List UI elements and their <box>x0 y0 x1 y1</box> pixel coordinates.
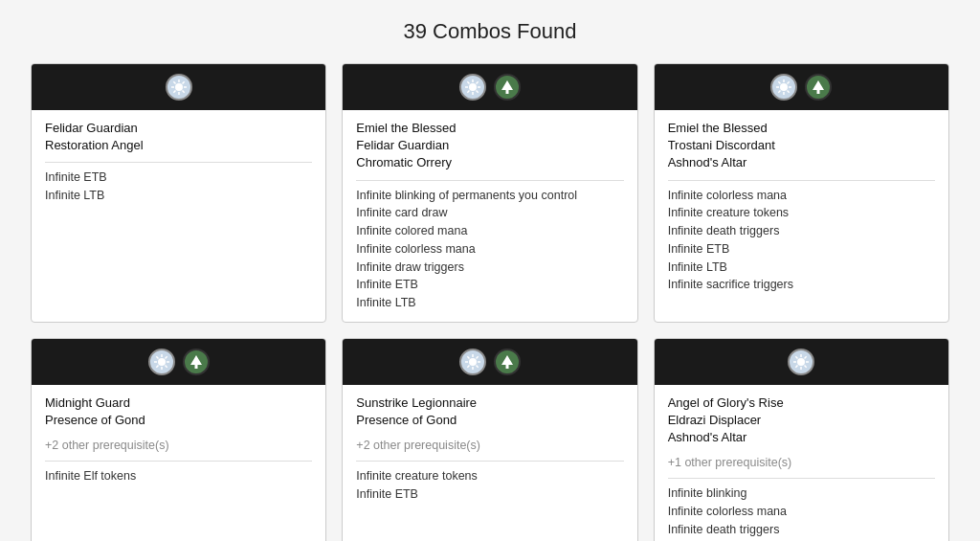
combo-card-6: Angel of Glory's RiseEldrazi DisplacerAs… <box>654 338 949 541</box>
effect-list-2: Infinite blinking of permanents you cont… <box>356 187 623 312</box>
svg-marker-18 <box>501 80 513 90</box>
svg-point-31 <box>158 358 166 366</box>
card-name-3-3: Ashnod's Altar <box>668 154 935 171</box>
prerequisite-4: +2 other prerequisite(s) <box>45 437 312 455</box>
mana-white-icon <box>459 74 486 101</box>
svg-line-28 <box>788 81 790 83</box>
svg-line-39 <box>165 356 167 358</box>
mana-white-icon <box>788 349 814 375</box>
effect-item-6-3: Infinite death triggers <box>668 521 935 539</box>
mana-white-icon <box>148 349 175 375</box>
svg-line-33 <box>165 365 167 367</box>
page-title: 39 Combos Found <box>31 19 949 44</box>
divider-2 <box>356 180 623 181</box>
svg-line-55 <box>805 365 807 367</box>
card-name-2-1: Emiel the Blessed <box>356 120 623 137</box>
mana-green-icon <box>494 74 521 101</box>
card-name-4-2: Presence of Gond <box>45 412 312 429</box>
combo-header-1 <box>32 64 325 110</box>
effect-item-2-7: Infinite LTB <box>356 294 623 312</box>
card-name-6-1: Angel of Glory's Rise <box>668 394 935 412</box>
combo-card-4: Midnight GuardPresence of Gond+2 other p… <box>31 338 326 541</box>
svg-marker-29 <box>813 80 824 90</box>
combo-body-1: Felidar GuardianRestoration AngelInfinit… <box>32 110 325 214</box>
card-name-3-2: Trostani Discordant <box>668 137 935 154</box>
card-names-5: Sunstrike LegionnairePresence of Gond <box>356 394 623 429</box>
combo-card-3: Emiel the BlessedTrostani DiscordantAshn… <box>654 63 949 323</box>
mana-green-icon <box>805 74 832 101</box>
card-name-1-1: Felidar Guardian <box>45 120 312 137</box>
effect-item-2-6: Infinite ETB <box>356 276 623 294</box>
combos-grid: Felidar GuardianRestoration AngelInfinit… <box>31 63 949 541</box>
effect-list-5: Infinite creature tokensInfinite ETB <box>356 467 623 504</box>
svg-line-11 <box>477 91 479 93</box>
effect-item-5-2: Infinite ETB <box>356 485 623 504</box>
combo-body-2: Emiel the BlessedFelidar GuardianChromat… <box>343 110 636 322</box>
svg-point-20 <box>780 83 788 91</box>
effect-item-2-2: Infinite card draw <box>356 204 623 222</box>
svg-rect-30 <box>817 90 820 94</box>
prerequisite-5: +2 other prerequisite(s) <box>356 437 623 455</box>
card-names-2: Emiel the BlessedFelidar GuardianChromat… <box>356 120 623 172</box>
effect-item-1-2: Infinite LTB <box>45 187 312 205</box>
svg-marker-40 <box>190 355 202 365</box>
svg-line-48 <box>467 356 469 358</box>
svg-line-46 <box>467 365 469 367</box>
combo-header-3 <box>655 64 948 110</box>
svg-line-4 <box>173 91 175 93</box>
svg-point-9 <box>469 83 477 91</box>
effect-item-3-1: Infinite colorless mana <box>668 187 935 205</box>
svg-line-22 <box>788 91 790 93</box>
effect-item-3-4: Infinite ETB <box>668 240 935 259</box>
card-name-6-2: Eldrazi Displacer <box>668 412 935 429</box>
svg-line-15 <box>467 81 469 83</box>
effect-list-3: Infinite colorless manaInfinite creature… <box>668 187 935 295</box>
effect-item-3-3: Infinite death triggers <box>668 222 935 240</box>
effect-item-2-4: Infinite colorless mana <box>356 240 623 259</box>
svg-line-61 <box>805 356 807 358</box>
combo-header-4 <box>32 339 325 385</box>
svg-line-24 <box>779 91 781 93</box>
card-names-1: Felidar GuardianRestoration Angel <box>45 120 312 154</box>
card-names-6: Angel of Glory's RiseEldrazi DisplacerAs… <box>668 394 935 447</box>
effect-item-4-1: Infinite Elf tokens <box>45 467 312 485</box>
card-name-6-3: Ashnod's Altar <box>668 429 935 446</box>
svg-line-37 <box>156 356 158 358</box>
svg-line-17 <box>477 81 479 83</box>
effect-item-3-5: Infinite LTB <box>668 259 935 277</box>
divider-5 <box>356 461 623 462</box>
card-name-3-1: Emiel the Blessed <box>668 120 935 137</box>
effect-item-3-2: Infinite creature tokens <box>668 204 935 222</box>
page-container: 39 Combos Found Felidar GuardianRestorat… <box>31 19 949 541</box>
combo-card-5: Sunstrike LegionnairePresence of Gond+2 … <box>342 338 637 541</box>
card-name-4-1: Midnight Guard <box>45 394 312 412</box>
combo-body-5: Sunstrike LegionnairePresence of Gond+2 … <box>343 385 636 513</box>
svg-rect-41 <box>194 365 197 369</box>
svg-line-50 <box>477 356 479 358</box>
combo-header-6 <box>655 339 948 385</box>
divider-4 <box>45 461 312 462</box>
effect-item-1-1: Infinite ETB <box>45 169 312 187</box>
divider-6 <box>668 478 935 479</box>
combo-card-1: Felidar GuardianRestoration AngelInfinit… <box>31 63 326 323</box>
mana-green-icon <box>183 349 210 375</box>
combo-card-2: Emiel the BlessedFelidar GuardianChromat… <box>342 63 637 323</box>
effect-item-2-3: Infinite colored mana <box>356 222 623 240</box>
card-name-5-2: Presence of Gond <box>356 412 623 429</box>
mana-white-icon <box>166 74 192 101</box>
svg-point-53 <box>797 358 805 366</box>
svg-line-8 <box>182 81 184 83</box>
card-names-3: Emiel the BlessedTrostani DiscordantAshn… <box>668 120 935 172</box>
effect-list-1: Infinite ETBInfinite LTB <box>45 169 312 205</box>
divider-1 <box>45 162 312 163</box>
effect-item-6-1: Infinite blinking <box>668 485 935 503</box>
effect-item-6-2: Infinite colorless mana <box>668 503 935 521</box>
svg-marker-51 <box>501 355 513 365</box>
effect-list-4: Infinite Elf tokens <box>45 467 312 485</box>
svg-line-26 <box>779 81 781 83</box>
svg-line-44 <box>477 365 479 367</box>
svg-rect-19 <box>505 90 508 94</box>
combo-header-5 <box>343 339 636 385</box>
combo-body-3: Emiel the BlessedTrostani DiscordantAshn… <box>655 110 948 304</box>
svg-line-6 <box>173 81 175 83</box>
